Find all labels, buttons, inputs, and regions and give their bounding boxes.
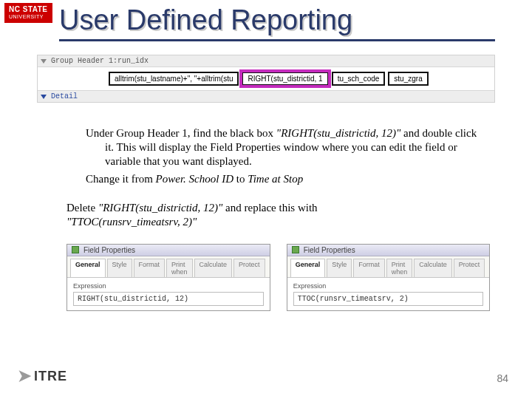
chevron-icon: ➤ <box>18 366 31 386</box>
paragraph-1: Under Group Header 1, find the black box… <box>66 126 480 168</box>
window-icon <box>292 246 299 253</box>
field-box: alltrim(stu_lastname)+", "+alltrim(stu <box>109 72 239 86</box>
field-box-highlighted: RIGHT(stu_districtid, 1 <box>242 72 328 86</box>
group-header-bar: Group Header 1:run_idx <box>38 55 494 67</box>
itre-logo: ➤ ITRE <box>18 366 67 386</box>
instruction-text: Under Group Header 1, find the black box… <box>66 126 480 229</box>
collapse-triangle-icon <box>41 95 47 99</box>
expression-label: Expression <box>73 282 264 290</box>
collapse-triangle-icon <box>41 59 47 64</box>
panel-titlebar: Field Properties <box>67 245 270 256</box>
tab-calculate[interactable]: Calculate <box>194 259 233 277</box>
ncstate-sub: UNIVERSITY <box>9 13 48 21</box>
ncstate-top: NC STATE <box>9 5 48 13</box>
tab-printwhen[interactable]: Print when <box>166 259 193 277</box>
tab-style[interactable]: Style <box>107 259 132 277</box>
panel-tabs: General Style Format Print when Calculat… <box>287 256 490 278</box>
field-box: tu_sch_code <box>332 72 386 86</box>
paragraph-2: Change it from Power. School ID to Time … <box>66 172 480 186</box>
group-header-label: Group Header 1:run_idx <box>51 57 149 65</box>
panel-title: Field Properties <box>83 246 135 254</box>
tab-format[interactable]: Format <box>134 259 166 277</box>
field-boxes-row: alltrim(stu_lastname)+", "+alltrim(stu R… <box>38 67 494 90</box>
ncstate-logo: NC STATE UNIVERSITY <box>4 3 52 23</box>
page-title: User Defined Reporting <box>59 4 495 36</box>
expression-input[interactable]: TTOC(runsrv_timeatsrv, 2) <box>293 292 484 306</box>
expression-input[interactable]: RIGHT(stu_districtid, 12) <box>73 292 264 306</box>
tab-general[interactable]: General <box>290 259 326 277</box>
field-properties-panels: Field Properties General Style Format Pr… <box>66 244 480 311</box>
panel-title: Field Properties <box>304 246 355 254</box>
tab-style[interactable]: Style <box>327 259 352 277</box>
field-box: stu_zgra <box>388 72 428 86</box>
tab-protect[interactable]: Protect <box>454 259 485 277</box>
itre-text: ITRE <box>34 369 67 384</box>
panel-tabs: General Style Format Print when Calculat… <box>67 256 270 278</box>
field-properties-right: Field Properties General Style Format Pr… <box>287 244 491 311</box>
field-properties-left: Field Properties General Style Format Pr… <box>66 244 270 311</box>
expression-label: Expression <box>293 282 484 290</box>
tab-printwhen[interactable]: Print when <box>386 259 413 277</box>
detail-bar: Detail <box>38 90 494 102</box>
page-number: 84 <box>497 372 508 384</box>
panel-titlebar: Field Properties <box>287 245 490 256</box>
tab-protect[interactable]: Protect <box>233 259 265 277</box>
panel-body: Expression TTOC(runsrv_timeatsrv, 2) <box>287 278 490 310</box>
tab-general[interactable]: General <box>70 259 106 277</box>
tab-calculate[interactable]: Calculate <box>414 259 452 277</box>
window-icon <box>72 246 79 253</box>
paragraph-3: Delete "RIGHT(stu_districtid, 12)" and r… <box>66 201 480 229</box>
tab-format[interactable]: Format <box>353 259 385 277</box>
detail-label: Detail <box>51 92 78 100</box>
report-designer-screenshot: Group Header 1:run_idx alltrim(stu_lastn… <box>37 55 495 103</box>
panel-body: Expression RIGHT(stu_districtid, 12) <box>67 278 270 310</box>
title-area: User Defined Reporting User Defined Repo… <box>59 4 495 41</box>
